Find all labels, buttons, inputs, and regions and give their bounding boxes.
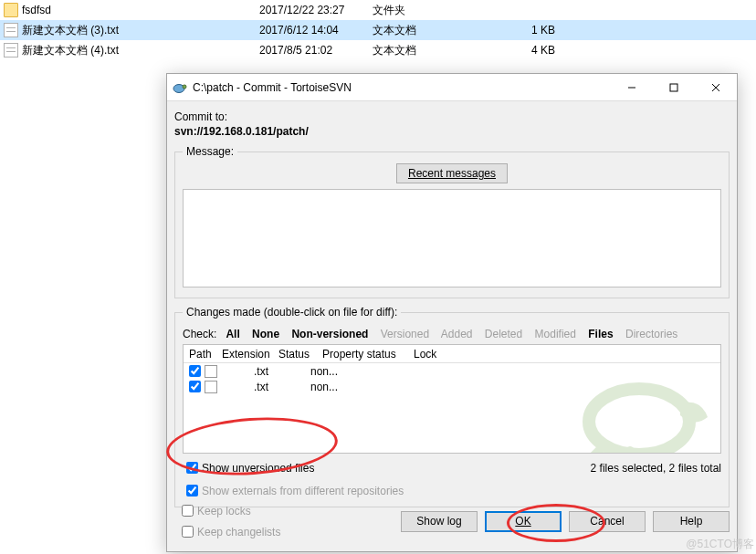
recent-messages-label: Recent messages — [408, 167, 496, 180]
file-date: 2017/6/12 14:04 — [259, 24, 373, 37]
window-title: C:\patch - Commit - TortoiseSVN — [193, 81, 611, 94]
files-list[interactable]: Path Extension Status Property status Lo… — [183, 344, 721, 454]
show-log-label: Show log — [416, 515, 461, 528]
commit-url: svn://192.168.0.181/patch/ — [174, 125, 730, 138]
file-ext: .txt — [254, 365, 310, 378]
file-include-checkbox[interactable] — [189, 365, 201, 377]
maximize-button[interactable] — [653, 74, 695, 101]
show-unversioned-checkbox[interactable]: Show unversioned files — [183, 459, 314, 476]
file-status: non... — [310, 381, 354, 393]
ok-button[interactable]: OK — [485, 511, 562, 532]
commit-to-label: Commit to: — [174, 110, 730, 123]
list-item[interactable]: 新建文本文档 (4).txt 2017/8/5 21:02 文本文档 4 KB — [0, 40, 756, 60]
recent-messages-button[interactable]: Recent messages — [396, 163, 508, 183]
message-legend: Message: — [183, 145, 237, 158]
textfile-icon — [205, 381, 217, 393]
keep-changelists-label: Keep changelists — [197, 526, 280, 538]
tortoise-icon — [173, 80, 187, 95]
selection-info: 2 files selected, 2 files total — [591, 462, 721, 475]
file-name: fsdfsd — [22, 4, 259, 16]
ok-label: OK — [515, 515, 530, 528]
col-extension[interactable]: Extension — [222, 348, 278, 361]
file-type: 文本文档 — [373, 43, 509, 58]
list-item[interactable]: fsdfsd 2017/12/22 23:27 文件夹 — [0, 0, 756, 20]
file-type: 文件夹 — [373, 3, 509, 18]
file-name: 新建文本文档 (3).txt — [22, 23, 259, 38]
titlebar: C:\patch - Commit - TortoiseSVN — [167, 74, 737, 101]
filter-files[interactable]: Files — [588, 328, 613, 340]
col-property-status[interactable]: Property status — [322, 348, 414, 361]
show-externals-label: Show externals from different repositori… — [202, 485, 404, 497]
check-label: Check: — [183, 328, 216, 340]
commit-dialog: C:\patch - Commit - TortoiseSVN Commit t… — [166, 73, 738, 552]
list-item[interactable]: 新建文本文档 (3).txt 2017/6/12 14:04 文本文档 1 KB — [0, 20, 756, 40]
keep-locks-checkbox[interactable]: Keep locks — [178, 502, 280, 519]
filter-versioned[interactable]: Versioned — [381, 328, 429, 340]
help-button[interactable]: Help — [653, 511, 730, 532]
cancel-button[interactable]: Cancel — [569, 511, 646, 532]
changes-legend: Changes made (double-click on file for d… — [183, 306, 401, 319]
file-size: 1 KB — [509, 24, 564, 37]
keep-locks-label: Keep locks — [197, 505, 251, 517]
minimize-button[interactable] — [611, 74, 653, 101]
file-date: 2017/8/5 21:02 — [259, 44, 373, 57]
filter-modified[interactable]: Modified — [535, 328, 576, 340]
filter-added[interactable]: Added — [441, 328, 473, 340]
show-log-button[interactable]: Show log — [401, 511, 478, 532]
textfile-icon — [205, 365, 217, 378]
col-status[interactable]: Status — [278, 348, 322, 361]
filter-directories[interactable]: Directories — [625, 328, 677, 340]
svg-rect-3 — [670, 84, 677, 91]
keep-changelists-checkbox[interactable]: Keep changelists — [178, 523, 280, 540]
check-filter-row: Check: All None Non-versioned Versioned … — [183, 328, 721, 340]
textfile-icon — [4, 23, 18, 37]
col-lock[interactable]: Lock — [414, 348, 454, 361]
show-externals-checkbox[interactable]: Show externals from different repositori… — [183, 482, 404, 499]
col-path[interactable]: Path — [189, 348, 222, 361]
help-label: Help — [680, 515, 703, 528]
close-button[interactable] — [695, 74, 737, 101]
svg-point-1 — [183, 85, 186, 89]
commit-message-input[interactable] — [183, 189, 721, 287]
filter-nonversioned[interactable]: Non-versioned — [291, 328, 368, 340]
message-group: Message: Recent messages — [174, 145, 730, 298]
file-status: non... — [310, 365, 354, 378]
files-header: Path Extension Status Property status Lo… — [184, 345, 720, 363]
cancel-label: Cancel — [590, 515, 624, 528]
filter-all[interactable]: All — [226, 328, 239, 340]
file-include-checkbox[interactable] — [189, 381, 201, 392]
file-date: 2017/12/22 23:27 — [259, 4, 373, 16]
folder-icon — [4, 3, 18, 17]
textfile-icon — [4, 43, 18, 57]
file-name: 新建文本文档 (4).txt — [22, 43, 259, 58]
filter-none[interactable]: None — [252, 328, 279, 340]
changes-group: Changes made (double-click on file for d… — [174, 306, 730, 507]
show-unversioned-label: Show unversioned files — [202, 462, 314, 475]
explorer-listing: fsdfsd 2017/12/22 23:27 文件夹 新建文本文档 (3).t… — [0, 0, 756, 60]
tortoise-watermark-icon — [580, 367, 717, 454]
file-type: 文本文档 — [373, 23, 509, 38]
file-size: 4 KB — [509, 44, 564, 57]
filter-deleted[interactable]: Deleted — [485, 328, 522, 340]
file-ext: .txt — [254, 381, 310, 393]
